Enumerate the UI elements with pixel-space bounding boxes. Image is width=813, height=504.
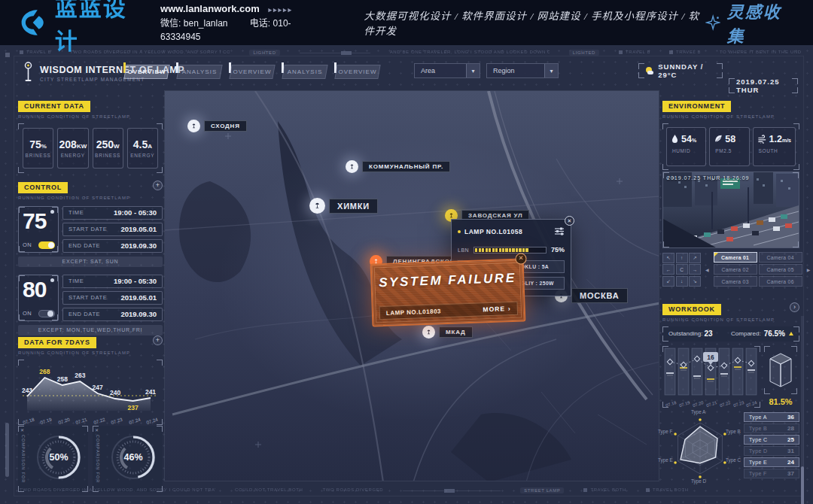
panel-current-data: CURRENT DATA RUNNING CONDITION OF STREET… <box>18 98 163 173</box>
camera-06-button[interactable]: Camera 06 <box>759 276 802 287</box>
type-row-a[interactable]: Type A36 <box>744 412 799 422</box>
pin-label: СХОДНЯ <box>204 120 247 132</box>
lamp-pin-icon[interactable] <box>422 326 435 339</box>
camera-05-button[interactable]: Camera 05 <box>759 264 802 275</box>
pan-up-button[interactable]: ↑ <box>676 253 688 263</box>
sliders-icon[interactable] <box>554 225 565 238</box>
panel-subtitle: RUNNING CONDITION OF STREETLAMP <box>18 196 163 200</box>
week-chart-x-labels: 07.1807.1907.2007.2107.2207.2307.2407.24 <box>20 418 161 424</box>
brand-logo: 蓝蓝设计 <box>20 0 144 56</box>
pan-down-left-button[interactable]: ↙ <box>662 276 674 287</box>
weather-widget: SUNNDAY / 29°C <box>638 63 723 78</box>
pin-label: КОММУНАЛЬНЫЙ ПР. <box>362 161 450 172</box>
add-control-button[interactable]: + <box>153 181 163 190</box>
except-days: EXCEPT: SAT, SUN <box>18 257 163 267</box>
panel-subtitle: RUNNING CONDITION OF STREETLAMP <box>662 114 799 119</box>
workbook-bar-chart: 16 <box>664 348 759 397</box>
tab-overview-3[interactable]: OVERVIEW <box>336 65 379 79</box>
camera-01-button[interactable]: Camera 01 <box>714 252 757 263</box>
pan-up-right-button[interactable]: ↗ <box>689 253 701 263</box>
type-row-b[interactable]: Type B28 <box>744 424 799 433</box>
lamp-pin-icon[interactable] <box>187 120 200 132</box>
svg-text:243: 243 <box>22 387 32 394</box>
cube-icon <box>766 348 796 393</box>
camera-04-button[interactable]: Camera 04 <box>759 252 802 263</box>
panel-subtitle: RUNNING CONDITION OF STREETLAMP <box>18 114 163 119</box>
expand-workbook-button[interactable]: › <box>790 302 799 312</box>
camera-view[interactable]: 2019.07.25 THUR 18:26:09 <box>662 172 799 248</box>
brightness-value: 80 <box>23 277 54 302</box>
prev-camera-icon[interactable]: ◀ <box>705 267 709 272</box>
svg-text:247: 247 <box>93 384 103 391</box>
tab-analysis-2[interactable]: ANALYSIS <box>283 65 327 79</box>
type-row-f[interactable]: Type F37 <box>744 469 799 478</box>
tab-overview-1[interactable]: OVERVIEW <box>125 65 169 79</box>
time-row[interactable]: TIME 19:00 - 05:30 <box>62 275 163 288</box>
chevron-right-icon: › <box>508 305 511 312</box>
date-widget: 2019.07.25 THUR <box>729 78 798 93</box>
start-date-row[interactable]: START DATE 2019.05.01 <box>62 291 163 305</box>
lanlan-logo-icon <box>20 8 49 37</box>
comparison-gauge-2: ✕ COMPARISON FOR 46% <box>93 426 163 492</box>
close-icon[interactable]: ✕ <box>95 427 99 433</box>
city-map[interactable]: СХОДНЯ КОММУНАЛЬНЫЙ ПР. ХИМКИ ЗАВОДСКАЯ … <box>164 90 659 481</box>
map-pin-mkad[interactable]: МКАД <box>422 326 473 339</box>
camera-02-button[interactable]: Camera 02 <box>714 264 757 275</box>
start-date-row[interactable]: START DATE 2019.05.01 <box>62 223 163 236</box>
chevron-down-icon[interactable]: ▾ <box>544 64 558 77</box>
lamp-pin-icon[interactable] <box>309 198 325 214</box>
reset-view-button[interactable]: C <box>676 264 688 275</box>
region-select[interactable]: Region ▾ <box>486 63 559 78</box>
comparison-gauges: ✕ COMPARISON FOR 50% ✕ COMPARISON FOR 46… <box>18 426 163 492</box>
schedule-toggle[interactable] <box>38 310 55 317</box>
environment-cards: 54% HUMID 58 PM2.5 1.2m/s SOU <box>662 123 799 170</box>
scrollbar-thumb[interactable] <box>801 466 804 504</box>
end-date-row[interactable]: END DATE 2019.09.30 <box>62 308 163 321</box>
close-icon[interactable]: ✕ <box>20 427 24 433</box>
brightness-progress-bar[interactable] <box>473 247 547 254</box>
svg-text:241: 241 <box>145 388 156 396</box>
website-link[interactable]: www.lanlanwork.com <box>160 3 260 14</box>
region-select-value: Region <box>493 67 515 74</box>
close-icon[interactable]: ✕ <box>565 216 574 226</box>
pan-down-button[interactable]: ↓ <box>676 276 688 287</box>
stat-card-briness-2: 250W BRINESS <box>93 128 123 169</box>
lamp-pin-icon[interactable] <box>346 160 358 173</box>
chevron-down-icon[interactable]: ▾ <box>466 64 480 77</box>
decorative-text-bottom: TWO ROADS DIVERGED IN A YELLOW WOOD, AND… <box>20 487 801 493</box>
radar-axis-label: Type D <box>691 478 706 484</box>
radar-axis-label: Type A <box>691 409 705 414</box>
next-camera-icon[interactable]: ▶ <box>807 267 811 272</box>
schedule-toggle[interactable] <box>38 241 55 249</box>
on-label: ON <box>23 310 32 317</box>
camera-controls: ↖ ↑ ↗ ← C → ↙ ↓ ↘ ◀ Camera 01 Camera 04 … <box>662 252 799 287</box>
camera-03-button[interactable]: Camera 03 <box>714 276 757 287</box>
workbook-chart: 16 07.1807.1907.2007.2107.2207.2307.24 8… <box>662 346 799 408</box>
radar-axis-label: Type C <box>726 457 741 463</box>
radar-axis-label: Type B <box>726 429 741 434</box>
time-row[interactable]: TIME 19:00 - 05:30 <box>62 206 163 220</box>
inspiration-collect[interactable]: 灵感收集 <box>705 0 793 47</box>
pan-right-button[interactable]: → <box>689 264 701 275</box>
map-pin-skhodnya[interactable]: СХОДНЯ <box>187 120 247 132</box>
dashboard-header: WISDOM INTERNET OF LAMP CITY STREETLAMP … <box>0 62 813 89</box>
control-group-1: 75 ON TIME 19:00 - 05:30 START DATE 2019… <box>18 206 163 253</box>
gauge-label: COMPARISON FOR <box>21 435 26 483</box>
cube-widget <box>764 346 797 394</box>
area-select[interactable]: Area ▾ <box>414 63 480 78</box>
tab-overview-2[interactable]: OVERVIEW <box>230 65 274 79</box>
map-pin-kommunalny[interactable]: КОММУНАЛЬНЫЙ ПР. <box>346 160 450 173</box>
more-button[interactable]: MORE› <box>483 305 511 313</box>
pan-up-left-button[interactable]: ↖ <box>662 253 674 263</box>
area-select-value: Area <box>421 67 435 74</box>
type-row-e[interactable]: Type E24 <box>744 457 799 467</box>
end-date-row[interactable]: END DATE 2019.09.30 <box>62 239 163 253</box>
expand-week-button[interactable]: + <box>153 335 163 345</box>
right-scrollbar <box>801 316 804 504</box>
map-pin-khimki[interactable]: ХИМКИ <box>309 198 378 214</box>
type-row-c[interactable]: Type C25 <box>744 435 799 445</box>
tab-analysis-1[interactable]: ANALYSIS <box>178 65 221 79</box>
pan-left-button[interactable]: ← <box>662 264 674 275</box>
pan-down-right-button[interactable]: ↘ <box>689 276 701 287</box>
type-row-d[interactable]: Type D31 <box>744 446 799 456</box>
